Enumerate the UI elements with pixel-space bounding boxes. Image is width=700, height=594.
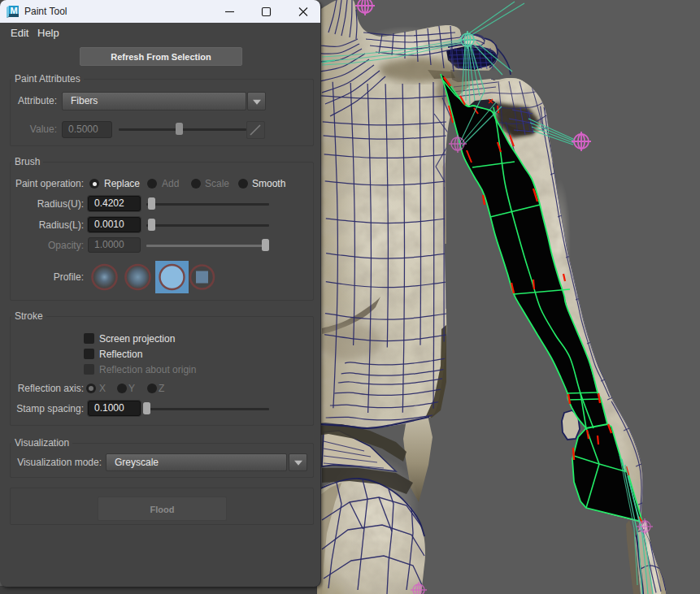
svg-text:M: M xyxy=(10,6,17,15)
